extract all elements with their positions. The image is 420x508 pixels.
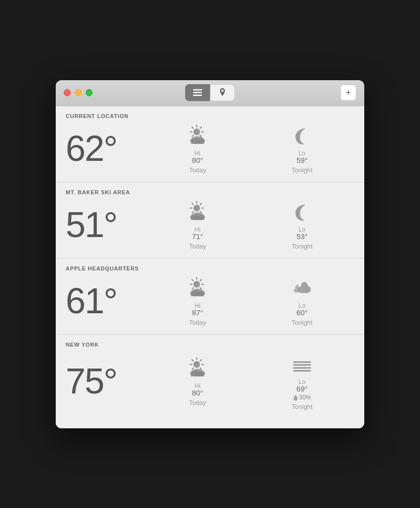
svg-line-36 <box>200 279 201 280</box>
current-temp-ny: 75° <box>66 363 145 399</box>
add-location-button[interactable]: + <box>340 85 356 101</box>
today-label-baker: Today <box>189 243 207 250</box>
tonight-icon-ny <box>290 352 315 378</box>
weather-content-baker: 51° <box>66 199 354 250</box>
svg-line-37 <box>192 287 193 288</box>
svg-line-9 <box>200 135 201 136</box>
plus-icon: + <box>346 88 351 97</box>
location-view-button[interactable] <box>210 84 235 101</box>
lo-temp-apple: 60° <box>297 308 308 317</box>
location-name-current: CURRENT LOCATION <box>66 113 354 119</box>
location-row-baker[interactable]: MT. BAKER SKI AREA 51° <box>56 182 364 258</box>
svg-line-35 <box>200 287 201 288</box>
tonight-cell-current: Lo 59° Tonight <box>290 123 315 174</box>
rain-indicator-ny: 30% <box>293 394 311 401</box>
svg-rect-1 <box>193 92 202 94</box>
tonight-cell-baker: Lo 53° Tonight <box>290 199 315 250</box>
tonight-icon-baker <box>290 199 315 225</box>
svg-rect-28 <box>191 217 205 220</box>
svg-rect-41 <box>191 293 205 296</box>
svg-line-34 <box>192 279 193 280</box>
svg-line-21 <box>192 203 193 204</box>
svg-line-8 <box>192 127 193 128</box>
today-icon-apple <box>185 275 210 301</box>
today-label-ny: Today <box>189 399 207 406</box>
app-window: + CURRENT LOCATION 62° <box>56 80 364 428</box>
svg-line-11 <box>192 135 193 136</box>
lo-temp-ny: 69° <box>297 384 308 393</box>
weather-content-apple: 61° <box>66 275 354 326</box>
weather-pair-ny: Hi 80° Today <box>145 352 354 410</box>
weather-content-current: 62° <box>66 123 354 174</box>
svg-point-16 <box>194 205 200 211</box>
current-temp-baker: 51° <box>66 207 145 243</box>
list-view-button[interactable] <box>185 84 210 101</box>
svg-line-22 <box>200 211 201 212</box>
traffic-lights <box>64 89 93 96</box>
weather-list: CURRENT LOCATION 62° <box>56 106 364 428</box>
svg-line-47 <box>192 360 193 361</box>
rain-pct-ny: 30% <box>299 394 311 401</box>
tonight-label-ny: Tonight <box>292 403 313 410</box>
weather-pair-baker: Hi 71° Today Lo 53° <box>145 199 354 250</box>
lo-temp-current: 59° <box>297 156 308 164</box>
hi-temp-ny: 80° <box>192 388 204 397</box>
lo-temp-baker: 53° <box>297 232 308 241</box>
location-row-current[interactable]: CURRENT LOCATION 62° <box>56 106 364 182</box>
svg-line-23 <box>200 203 201 204</box>
svg-point-29 <box>194 281 200 287</box>
svg-line-10 <box>200 127 201 128</box>
svg-line-50 <box>192 368 193 369</box>
location-name-apple: APPLE HEADQUARTERS <box>66 265 354 271</box>
hi-temp-current: 80° <box>192 156 204 164</box>
svg-line-49 <box>200 360 201 361</box>
svg-rect-0 <box>193 89 202 91</box>
tonight-label-apple: Tonight <box>292 319 313 326</box>
today-icon-current <box>185 123 210 149</box>
today-cell-apple: Hi 87° Today <box>185 275 210 326</box>
today-label-current: Today <box>189 166 207 174</box>
svg-rect-2 <box>193 95 202 96</box>
svg-rect-54 <box>191 373 205 377</box>
today-label-apple: Today <box>189 319 207 326</box>
today-icon-ny <box>185 356 210 381</box>
svg-rect-15 <box>191 140 205 144</box>
location-name-ny: NEW YORK <box>66 342 354 348</box>
weather-pair-current: Hi 80° Today Lo <box>145 123 354 174</box>
hi-temp-apple: 87° <box>192 308 204 317</box>
location-row-apple[interactable]: APPLE HEADQUARTERS 61° <box>56 258 364 335</box>
location-name-baker: MT. BAKER SKI AREA <box>66 189 354 195</box>
svg-line-48 <box>200 368 201 369</box>
today-cell-ny: Hi 80° Today <box>185 356 210 406</box>
today-cell-baker: Hi 71° Today <box>185 199 210 250</box>
tonight-label-baker: Tonight <box>292 243 313 250</box>
location-row-ny[interactable]: NEW YORK 75° <box>56 335 364 418</box>
close-button[interactable] <box>64 89 71 96</box>
tonight-icon-current <box>290 123 315 149</box>
svg-point-42 <box>194 361 200 368</box>
today-cell-current: Hi 80° Today <box>185 123 210 174</box>
tonight-cell-ny: Lo 69° 30% Tonight <box>290 352 315 410</box>
maximize-button[interactable] <box>86 89 93 96</box>
current-temp-current: 62° <box>66 130 145 166</box>
tonight-cell-apple: Lo 60° Tonight <box>290 275 315 326</box>
today-icon-baker <box>185 199 210 225</box>
weather-pair-apple: Hi 87° Today <box>145 275 354 326</box>
title-bar: + <box>56 80 364 106</box>
svg-line-24 <box>192 211 193 212</box>
bottom-spacer <box>56 418 364 428</box>
tonight-icon-apple <box>290 275 315 301</box>
toolbar-right: + <box>340 85 356 101</box>
hi-temp-baker: 71° <box>192 232 204 241</box>
weather-content-ny: 75° <box>66 352 354 410</box>
minimize-button[interactable] <box>75 89 82 96</box>
toolbar-center <box>185 84 235 101</box>
tonight-label-current: Tonight <box>292 166 313 174</box>
current-temp-apple: 61° <box>66 283 145 319</box>
svg-point-3 <box>194 128 200 135</box>
